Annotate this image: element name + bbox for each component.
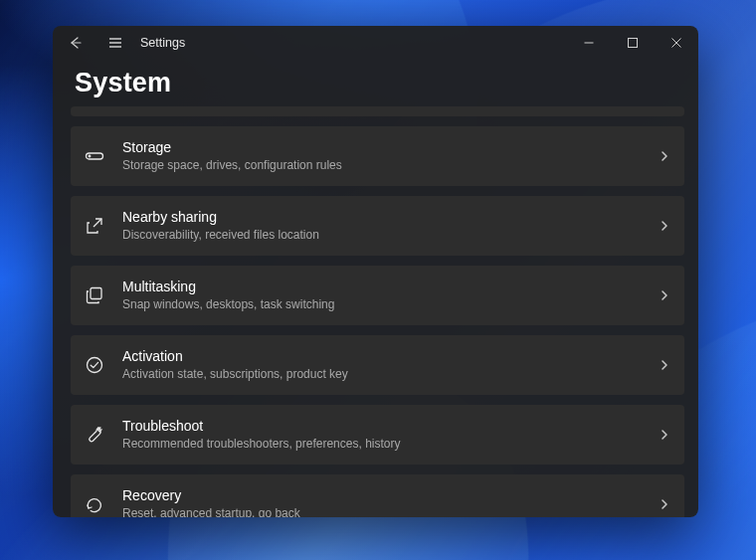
window-title: Settings (140, 36, 185, 50)
row-subtitle: Storage space, drives, configuration rul… (122, 157, 645, 173)
row-subtitle: Reset, advanced startup, go back (122, 505, 645, 517)
settings-row-troubleshoot[interactable]: Troubleshoot Recommended troubleshooters… (71, 405, 684, 465)
row-title: Nearby sharing (122, 209, 645, 227)
nav-menu-button[interactable] (96, 26, 134, 60)
close-button[interactable] (655, 26, 698, 60)
svg-point-10 (88, 358, 102, 373)
row-subtitle: Recommended troubleshooters, preferences… (122, 436, 645, 452)
row-title: Activation (122, 348, 645, 366)
settings-row-nearby-sharing[interactable]: Nearby sharing Discoverability, received… (71, 196, 684, 256)
back-button[interactable] (57, 26, 94, 60)
svg-rect-9 (91, 288, 101, 299)
activation-icon (81, 351, 108, 379)
chevron-right-icon (659, 289, 670, 301)
settings-row-multitasking[interactable]: Multitasking Snap windows, desktops, tas… (71, 266, 684, 325)
settings-row-storage[interactable]: Storage Storage space, drives, configura… (71, 126, 684, 186)
row-title: Recovery (122, 487, 645, 505)
settings-row-recovery[interactable]: Recovery Reset, advanced startup, go bac… (71, 474, 684, 517)
row-title: Storage (122, 139, 645, 157)
page-title: System (75, 68, 676, 98)
row-subtitle: Activation state, subscriptions, product… (122, 366, 645, 382)
page-header: System (53, 60, 698, 104)
multitasking-icon (81, 281, 108, 309)
chevron-right-icon (659, 220, 670, 232)
minimize-button[interactable] (567, 26, 611, 60)
nearby-share-icon (81, 212, 108, 240)
row-title: Troubleshoot (122, 418, 645, 436)
chevron-right-icon (659, 150, 670, 162)
maximize-button[interactable] (611, 26, 655, 60)
chevron-right-icon (659, 359, 670, 371)
chevron-right-icon (659, 498, 670, 510)
settings-row-peek[interactable] (71, 106, 684, 116)
settings-list-scroll[interactable]: Storage Storage space, drives, configura… (53, 104, 698, 517)
svg-rect-4 (629, 39, 638, 48)
chevron-right-icon (659, 429, 670, 441)
row-subtitle: Discoverability, received files location (122, 227, 645, 243)
troubleshoot-icon (81, 421, 108, 449)
storage-icon (81, 142, 108, 170)
row-title: Multitasking (122, 279, 645, 296)
row-subtitle: Snap windows, desktops, task switching (122, 296, 645, 312)
window-titlebar: Settings (53, 26, 698, 60)
recovery-icon (81, 490, 108, 517)
settings-row-activation[interactable]: Activation Activation state, subscriptio… (71, 335, 684, 395)
settings-window: Settings System (53, 26, 698, 517)
svg-point-8 (89, 155, 91, 157)
